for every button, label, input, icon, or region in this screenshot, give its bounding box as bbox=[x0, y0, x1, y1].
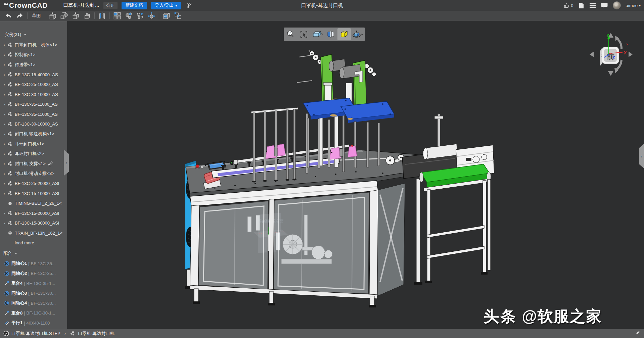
mate-item[interactable]: 平行1[ 40X40-1100 bbox=[0, 318, 67, 328]
mate-item[interactable]: 同轴心4[ BF-13C-30... bbox=[0, 298, 67, 308]
tree-item-assembly[interactable]: ›封口机-支撑<1> bbox=[0, 159, 67, 169]
expand-chevron-icon[interactable]: › bbox=[2, 181, 7, 186]
expand-chevron-icon[interactable]: › bbox=[2, 122, 7, 127]
frame-icon[interactable] bbox=[172, 11, 184, 20]
tree-item-assembly[interactable]: ›耳环封口机<2> bbox=[0, 149, 67, 159]
expand-chevron-icon[interactable]: › bbox=[2, 211, 7, 216]
tree-item-assembly[interactable]: ›BF-13C-15-30000_ASI bbox=[0, 218, 67, 228]
tree-item-assembly[interactable]: ›BF-13C-15-20000_ASI bbox=[0, 208, 67, 219]
new-document-button[interactable]: 新建文档 bbox=[122, 2, 147, 9]
assembly-icon bbox=[7, 151, 13, 157]
expand-chevron-icon[interactable]: › bbox=[2, 102, 7, 107]
tree-item-assembly[interactable]: ›BF-13C-30-10000_AS bbox=[0, 90, 67, 100]
insert-instance-icon[interactable] bbox=[146, 11, 157, 20]
tree-item-assembly[interactable]: ›BF-13C-15-40000_AS bbox=[0, 70, 67, 80]
tree-item-part[interactable]: TIMING-BELT_2_26_1< bbox=[0, 198, 67, 208]
instances-header[interactable]: 实例(21) bbox=[0, 29, 67, 40]
axis-z-label: Z bbox=[612, 55, 615, 60]
view-orientation-icon[interactable] bbox=[351, 28, 364, 40]
3d-viewport[interactable]: 前视图基准面 bbox=[67, 21, 644, 329]
mate-item[interactable]: 同轴心3[ BF-13C-30... bbox=[0, 288, 67, 298]
expand-chevron-icon[interactable]: › bbox=[2, 92, 7, 97]
expand-chevron-icon[interactable]: › bbox=[2, 112, 7, 117]
load-more-link[interactable]: load more.. bbox=[0, 238, 67, 248]
tree-item-assembly[interactable]: ›BF-13C-15-10000_ASI bbox=[0, 189, 67, 199]
tree-item-assembly[interactable]: ›控制箱<1> bbox=[0, 50, 67, 60]
expand-chevron-icon[interactable]: › bbox=[2, 82, 7, 87]
tree-item-assembly[interactable]: ›BF-13C-30-10000_AS bbox=[0, 119, 67, 129]
rotate-left-arrow[interactable] bbox=[590, 52, 594, 57]
render-icon[interactable] bbox=[161, 11, 172, 20]
mate-item[interactable]: 同轴心2[ BF-13C-35... bbox=[0, 269, 67, 279]
expand-chevron-icon[interactable]: › bbox=[2, 141, 7, 146]
pattern-instance-icon[interactable] bbox=[134, 11, 146, 20]
tree-item-assembly[interactable]: ›BF-13C-35-11000_AS bbox=[0, 99, 67, 109]
expand-chevron-icon[interactable]: › bbox=[2, 52, 7, 57]
tree-item-assembly[interactable]: ›耳环封口机<1> bbox=[0, 139, 67, 149]
machine-conveyor[interactable] bbox=[419, 164, 491, 283]
part-icon bbox=[7, 230, 13, 236]
undo-icon[interactable] bbox=[3, 11, 14, 20]
app-logo[interactable]: CrownCAD bbox=[3, 1, 57, 9]
avatar[interactable] bbox=[613, 1, 621, 9]
tree-item-assembly[interactable]: ›BF-13C-25-20000_ASI bbox=[0, 179, 67, 189]
expand-chevron-icon[interactable]: › bbox=[2, 221, 7, 226]
statusbar-file[interactable]: 口罩机-耳边封口机.STEP bbox=[3, 331, 60, 337]
expand-chevron-icon[interactable]: › bbox=[2, 161, 7, 166]
tree-item-assembly[interactable]: ›口罩封口机—机体<1> bbox=[0, 40, 67, 50]
version-branch-icon[interactable] bbox=[186, 2, 192, 8]
expand-chevron-icon[interactable]: › bbox=[2, 62, 7, 67]
document-icon[interactable] bbox=[579, 2, 584, 9]
rotate-down-arrow[interactable] bbox=[608, 71, 613, 76]
sidebar-collapse-handle[interactable]: ‹ bbox=[64, 150, 69, 176]
zoom-window-icon[interactable] bbox=[284, 28, 297, 40]
instances-header-label: 实例(21) bbox=[5, 32, 21, 38]
status-bar: 口罩机-耳边封口机.STEP › 口罩机-耳边封口机 bbox=[0, 329, 644, 338]
like-button[interactable]: 0 bbox=[564, 3, 573, 8]
mate-item[interactable]: 同轴心1[ BF-13C-35... bbox=[0, 259, 67, 269]
edit-pencil-icon[interactable] bbox=[635, 330, 641, 337]
axis-y-label: Y bbox=[606, 33, 609, 38]
mate-item[interactable]: 重合8[ BF-13C-30-1... bbox=[0, 308, 67, 318]
box-select-icon[interactable] bbox=[297, 28, 311, 40]
mirror-icon[interactable] bbox=[96, 11, 108, 20]
tree-item-assembly[interactable]: ›传送带<1> bbox=[0, 60, 67, 70]
expand-chevron-icon[interactable]: › bbox=[2, 72, 7, 77]
move-instance-icon[interactable] bbox=[123, 11, 134, 20]
section-view-icon[interactable] bbox=[324, 28, 337, 40]
mate-item[interactable]: 重合4[ BF-13C-35-1... bbox=[0, 279, 67, 289]
extrude-icon[interactable] bbox=[47, 11, 58, 20]
pattern-icon[interactable] bbox=[111, 11, 123, 20]
tree-item-assembly[interactable]: ›封口机-滑动支撑<3> bbox=[0, 169, 67, 179]
history-list-icon[interactable] bbox=[589, 3, 596, 8]
user-menu[interactable]: aimee ▾ bbox=[626, 3, 641, 8]
view-cube[interactable]: 左 前 Y X ✕ Z bbox=[590, 33, 633, 76]
tree-item-label: TRAIN_BF-13N_162_1< bbox=[15, 231, 62, 236]
sweep-icon[interactable] bbox=[70, 11, 81, 20]
appearance-icon[interactable] bbox=[337, 28, 351, 40]
assembly-icon bbox=[7, 131, 13, 137]
statusbar-assembly[interactable]: 口罩机-耳边封口机 bbox=[70, 331, 114, 337]
tree-item-assembly[interactable]: ›BF-13C-25-10000_AS bbox=[0, 80, 67, 90]
machine-3d-model[interactable]: 前视图基准面 bbox=[67, 21, 644, 329]
expand-chevron-icon[interactable]: › bbox=[2, 42, 7, 47]
display-style-icon[interactable] bbox=[311, 28, 324, 40]
loft-icon[interactable] bbox=[81, 11, 93, 20]
tree-item-assembly[interactable]: ›封口机-输送机构<1> bbox=[0, 129, 67, 139]
chat-icon[interactable] bbox=[601, 2, 608, 8]
expand-chevron-icon[interactable]: › bbox=[2, 191, 7, 196]
mates-header[interactable]: 配合 bbox=[0, 248, 67, 259]
document-title[interactable]: 口罩机-耳边封... bbox=[63, 2, 99, 9]
expand-chevron-icon[interactable]: › bbox=[2, 171, 7, 176]
rotate-right-arrow[interactable] bbox=[629, 52, 633, 57]
expand-chevron-icon[interactable]: › bbox=[2, 151, 7, 156]
machine-protective-cage[interactable]: 前视图基准面 bbox=[190, 181, 405, 307]
sketch-button[interactable]: 草图 bbox=[29, 12, 43, 20]
expand-chevron-icon[interactable]: › bbox=[2, 132, 7, 137]
tree-item-part[interactable]: TRAIN_BF-13N_162_1< bbox=[0, 228, 67, 238]
visibility-badge[interactable]: 公开 bbox=[103, 2, 118, 9]
redo-icon[interactable] bbox=[14, 11, 26, 20]
revolve-icon[interactable] bbox=[58, 11, 70, 20]
import-export-button[interactable]: 导入/导出 ▾ bbox=[151, 2, 181, 9]
tree-item-assembly[interactable]: ›BF-13C-35-11000_AS bbox=[0, 109, 67, 119]
